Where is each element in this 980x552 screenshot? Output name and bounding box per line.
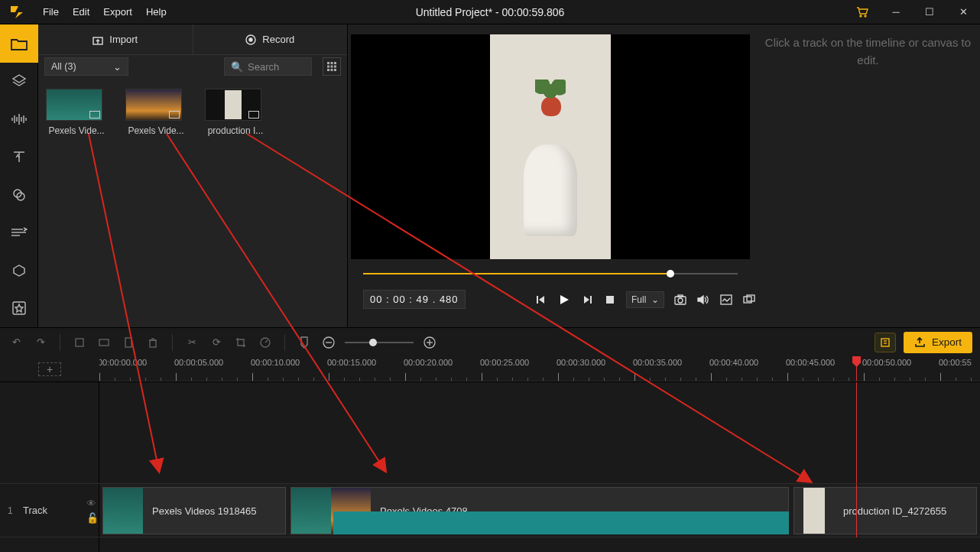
detach-button[interactable] [742,293,756,307]
record-button[interactable]: Record [193,24,348,55]
titlebar: File Edit Export Help Untitled Project* … [0,0,980,24]
cart-icon[interactable] [845,0,879,24]
timeline-clip[interactable]: production ID_4272655 [793,487,977,534]
render-button[interactable] [875,333,896,352]
svg-rect-28 [331,66,333,68]
timeline-clip[interactable]: Pexels Videos 1918465 [102,487,286,534]
close-button[interactable]: ✕ [946,0,980,24]
media-item-label: production I... [205,125,266,136]
tab-favorites[interactable] [0,290,38,328]
svg-rect-24 [327,62,329,64]
redo-button[interactable]: ↷ [32,334,49,351]
menu-edit[interactable]: Edit [73,6,89,18]
ruler-left-gutter: + [0,356,99,382]
clip-label: Pexels Videos 1918465 [152,505,256,517]
track-lane[interactable]: Pexels Videos 1918465Pexels Videos 4708p… [99,484,980,537]
svg-rect-44 [744,297,751,303]
record-icon [245,34,256,45]
svg-marker-34 [539,296,544,304]
svg-rect-48 [125,338,131,347]
grid-view-toggle[interactable] [323,57,341,76]
marker-button[interactable] [296,334,313,351]
import-label: Import [109,34,138,45]
volume-button[interactable] [696,293,710,307]
rotate-button[interactable]: ⟳ [208,334,225,351]
track-number: 1 [8,505,15,516]
tool-1[interactable] [71,334,88,351]
svg-rect-33 [537,296,538,304]
timeline-ruler[interactable]: 00:00:00.00000:00:05.00000:00:10.00000:0… [99,356,980,382]
svg-rect-49 [150,340,156,347]
zoom-control [320,334,438,351]
preview-canvas[interactable] [351,34,750,259]
window-title: Untitled Project* - 00:00:59.806 [416,6,565,18]
media-item-label: Pexels Vide... [125,125,187,136]
search-input[interactable]: 🔍 Search [224,57,312,76]
preview-panel: 00 : 00 : 49 . 480 Full⌄ Click a track o… [348,24,980,327]
snapshot-button[interactable] [673,293,687,307]
menu-file[interactable]: File [43,6,59,18]
media-item[interactable]: production I... [205,89,266,136]
tab-text[interactable] [0,138,38,177]
tab-audio[interactable] [0,100,38,138]
lock-icon[interactable]: 🔓 [86,512,99,524]
track-header[interactable]: 1 Track 👁 🔓 [0,484,99,537]
minimize-button[interactable]: ─ [879,0,913,24]
tab-filters[interactable] [0,176,38,214]
undo-button[interactable]: ↶ [8,334,24,351]
import-button[interactable]: Import [38,24,193,55]
svg-point-40 [678,298,683,303]
media-filter-label: All (3) [51,61,76,72]
media-items: Pexels Vide... Pexels Vide... production… [38,78,347,327]
play-button[interactable] [557,293,571,307]
tab-elements[interactable] [0,252,38,290]
media-item[interactable]: Pexels Vide... [125,89,187,136]
tool-2[interactable] [96,334,112,351]
media-panel: Import Record All (3) ⌄ 🔍 Search [38,24,348,327]
import-icon [92,34,103,45]
menu-bar: File Edit Export Help [38,6,167,18]
export-button[interactable]: Export [904,332,972,353]
add-track-button[interactable]: + [38,362,61,376]
svg-rect-38 [606,296,614,304]
cut-button[interactable]: ✂ [183,334,200,351]
track-row: 1 Track 👁 🔓 Pexels Videos 1918465Pexels … [0,483,980,537]
ratio-button[interactable] [719,293,733,307]
timeline-toolbar: ↶ ↷ ✂ ⟳ Export [0,327,980,356]
delete-button[interactable] [144,334,161,351]
crop-button[interactable] [232,334,249,351]
svg-marker-0 [11,6,23,18]
svg-rect-46 [76,339,83,346]
stop-button[interactable] [603,293,617,307]
speed-button[interactable] [257,334,274,351]
media-item-label: Pexels Vide... [46,125,107,136]
svg-point-1 [860,15,862,17]
window-controls: ─ ☐ ✕ [845,0,980,24]
tool-3[interactable] [120,334,137,351]
zoom-slider[interactable] [345,342,414,343]
media-item[interactable]: Pexels Vide... [46,89,107,136]
tab-media[interactable] [0,24,38,63]
maximize-button[interactable]: ☐ [913,0,946,24]
preview-seekbar[interactable] [363,268,738,279]
menu-help[interactable]: Help [146,6,167,18]
video-badge-icon [89,111,100,119]
view-mode-dropdown[interactable]: Full⌄ [626,291,664,308]
tab-transitions[interactable] [0,214,38,252]
next-frame-button[interactable] [580,293,594,307]
svg-marker-19 [15,304,23,312]
export-label: Export [932,336,962,348]
svg-rect-32 [334,69,336,71]
svg-line-53 [265,340,268,343]
svg-point-23 [249,38,252,41]
menu-export[interactable]: Export [103,6,132,18]
zoom-out-button[interactable] [320,334,337,351]
zoom-in-button[interactable] [421,334,438,351]
visibility-icon[interactable]: 👁 [86,498,99,509]
svg-rect-26 [334,62,336,64]
export-icon [914,336,926,348]
prev-frame-button[interactable] [534,293,548,307]
tab-layers[interactable] [0,63,38,101]
media-filter-dropdown[interactable]: All (3) ⌄ [44,57,128,76]
svg-rect-47 [99,339,109,346]
